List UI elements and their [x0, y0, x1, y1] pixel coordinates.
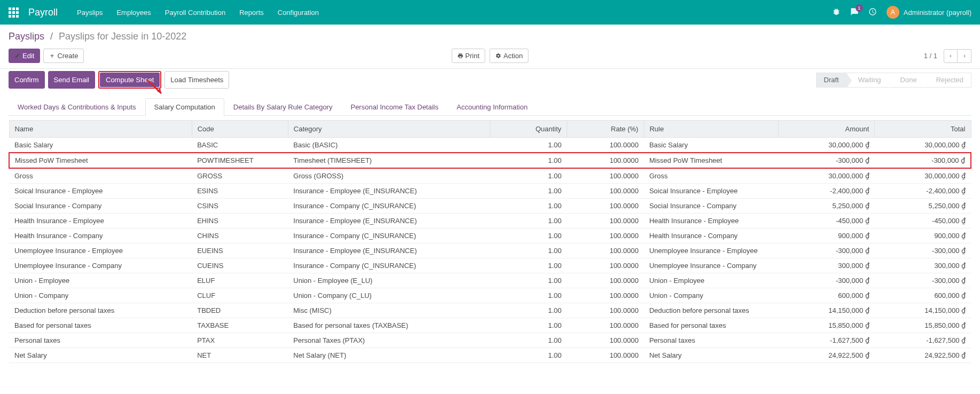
- cell-rate: 100.0000: [567, 333, 644, 348]
- cell-name: Union - Employee: [9, 273, 192, 288]
- user-label: Administrator (payroll): [904, 9, 971, 17]
- cell-category: Net Salary (NET): [288, 348, 490, 363]
- table-row[interactable]: Health Insurance - CompanyCHINSInsurance…: [9, 228, 971, 243]
- cell-name: Basic Salary: [9, 138, 192, 153]
- breadcrumb-root[interactable]: Payslips: [9, 31, 44, 42]
- cell-category: Insurance - Company (C_INSURANCE): [288, 228, 490, 243]
- cell-rate: 100.0000: [567, 184, 644, 199]
- cell-category: Insurance - Company (C_INSURANCE): [288, 199, 490, 214]
- th-total[interactable]: Total: [875, 121, 971, 138]
- cell-category: Insurance - Company (C_INSURANCE): [288, 258, 490, 273]
- cell-amount: -300,000 ₫: [779, 273, 875, 288]
- cell-rule: Basic Salary: [644, 138, 779, 153]
- table-row[interactable]: Health Insurance - EmployeeEHINSInsuranc…: [9, 214, 971, 228]
- tab-personal-income-tax[interactable]: Personal Income Tax Details: [341, 98, 448, 116]
- table-row[interactable]: Soical Insurance - EmployeeESINSInsuranc…: [9, 184, 971, 199]
- pager-next[interactable]: [958, 49, 971, 63]
- th-code[interactable]: Code: [192, 121, 288, 138]
- th-quantity[interactable]: Quantity: [490, 121, 567, 138]
- create-button[interactable]: Create: [43, 49, 84, 63]
- action-button[interactable]: Action: [490, 49, 529, 63]
- cell-name: Gross: [9, 168, 192, 184]
- cell-rule: Union - Company: [644, 288, 779, 303]
- status-rejected[interactable]: Rejected: [924, 73, 971, 88]
- table-row[interactable]: Unemployee Insurance - EmployeeEUEINSIns…: [9, 243, 971, 258]
- cell-total: 24,922,500 ₫: [875, 348, 971, 363]
- chat-icon[interactable]: 1: [850, 7, 859, 18]
- edit-button[interactable]: Edit: [9, 49, 40, 63]
- pager-text: 1 / 1: [924, 52, 937, 60]
- cell-name: Based for personal taxes: [9, 318, 192, 333]
- tab-worked-days[interactable]: Worked Days & Contributions & Inputs: [9, 98, 145, 116]
- salary-table: Name Code Category Quantity Rate (%) Rul…: [9, 120, 971, 363]
- table-row[interactable]: Union - CompanyCLUFUnion - Company (C_LU…: [9, 288, 971, 303]
- cell-rate: 100.0000: [567, 258, 644, 273]
- create-label: Create: [57, 52, 78, 60]
- status-waiting[interactable]: Waiting: [846, 73, 889, 88]
- pager-prev[interactable]: [944, 49, 958, 63]
- cell-rate: 100.0000: [567, 138, 644, 153]
- table-row[interactable]: Net SalaryNETNet Salary (NET)1.00100.000…: [9, 348, 971, 363]
- send-email-button[interactable]: Send Email: [48, 71, 95, 89]
- table-row[interactable]: Social Insurance - CompanyCSINSInsurance…: [9, 199, 971, 214]
- nav-employees[interactable]: Employees: [116, 9, 151, 17]
- cell-amount: 24,922,500 ₫: [779, 348, 875, 363]
- cell-category: Timesheet (TIMESHEET): [288, 153, 490, 168]
- cell-amount: -300,000 ₫: [779, 153, 875, 168]
- cell-total: -300,000 ₫: [875, 273, 971, 288]
- cell-total: 30,000,000 ₫: [875, 168, 971, 184]
- cell-rule: Unemployee Insurance - Company: [644, 258, 779, 273]
- table-row[interactable]: Unemployee Insurance - CompanyCUEINSInsu…: [9, 258, 971, 273]
- cell-code: NET: [192, 348, 288, 363]
- cell-category: Insurance - Employee (E_INSURANCE): [288, 184, 490, 199]
- status-draft[interactable]: Draft: [816, 73, 846, 88]
- cell-total: 14,150,000 ₫: [875, 303, 971, 318]
- th-rate[interactable]: Rate (%): [567, 121, 644, 138]
- th-category[interactable]: Category: [288, 121, 490, 138]
- load-timesheets-button[interactable]: Load Timesheets: [164, 71, 229, 89]
- cell-qty: 1.00: [490, 318, 567, 333]
- clock-icon[interactable]: [868, 7, 877, 18]
- bug-icon[interactable]: [832, 7, 841, 18]
- cell-name: Personal taxes: [9, 333, 192, 348]
- cell-amount: 14,150,000 ₫: [779, 303, 875, 318]
- confirm-button[interactable]: Confirm: [9, 71, 45, 89]
- brand-label: Payroll: [28, 7, 58, 18]
- table-row[interactable]: Basic SalaryBASICBasic (BASIC)1.00100.00…: [9, 138, 971, 153]
- cell-rule: Social Insurance - Company: [644, 199, 779, 214]
- topbar-nav: Payslips Employees Payroll Contribution …: [77, 9, 319, 17]
- status-done[interactable]: Done: [889, 73, 924, 88]
- tab-details-by-category[interactable]: Details By Salary Rule Category: [224, 98, 342, 116]
- user-menu[interactable]: A Administrator (payroll): [887, 6, 971, 19]
- th-rule[interactable]: Rule: [644, 121, 779, 138]
- tab-salary-computation[interactable]: Salary Computation: [145, 98, 224, 116]
- nav-reports[interactable]: Reports: [239, 9, 264, 17]
- table-row[interactable]: Missed PoW TimesheetPOWTIMESHEETTimeshee…: [9, 153, 971, 168]
- table-row[interactable]: Union - EmployeeELUFUnion - Employee (E_…: [9, 273, 971, 288]
- cell-qty: 1.00: [490, 214, 567, 228]
- table-row[interactable]: Personal taxesPTAXPersonal Taxes (PTAX)1…: [9, 333, 971, 348]
- cell-rate: 100.0000: [567, 214, 644, 228]
- tab-accounting-info[interactable]: Accounting Information: [448, 98, 537, 116]
- print-button[interactable]: Print: [451, 49, 485, 63]
- cell-rate: 100.0000: [567, 348, 644, 363]
- cell-code: ESINS: [192, 184, 288, 199]
- cell-rule: Union - Employee: [644, 273, 779, 288]
- table-row[interactable]: Based for personal taxesTAXBASEBased for…: [9, 318, 971, 333]
- apps-icon[interactable]: [9, 7, 19, 18]
- nav-payslips[interactable]: Payslips: [77, 9, 103, 17]
- th-amount[interactable]: Amount: [779, 121, 875, 138]
- cell-total: 900,000 ₫: [875, 228, 971, 243]
- nav-payroll-contribution[interactable]: Payroll Contribution: [165, 9, 225, 17]
- cell-amount: -1,627,500 ₫: [779, 333, 875, 348]
- cell-qty: 1.00: [490, 199, 567, 214]
- nav-configuration[interactable]: Configuration: [278, 9, 319, 17]
- cell-code: EUEINS: [192, 243, 288, 258]
- cell-category: Based for personal taxes (TAXBASE): [288, 318, 490, 333]
- table-row[interactable]: GrossGROSSGross (GROSS)1.00100.0000Gross…: [9, 168, 971, 184]
- cell-amount: -2,400,000 ₫: [779, 184, 875, 199]
- cell-qty: 1.00: [490, 228, 567, 243]
- table-row[interactable]: Deduction before personal taxesTBDEDMisc…: [9, 303, 971, 318]
- th-name[interactable]: Name: [9, 121, 192, 138]
- cell-rate: 100.0000: [567, 273, 644, 288]
